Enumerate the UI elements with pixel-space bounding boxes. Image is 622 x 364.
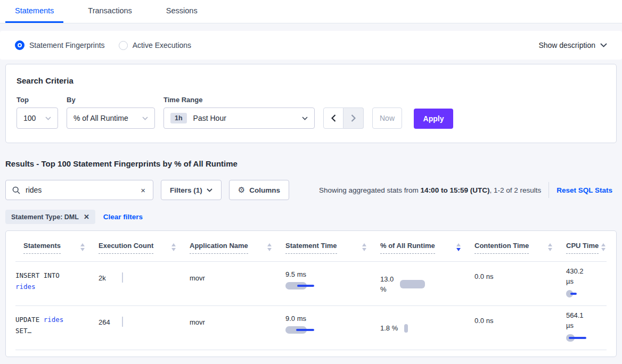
top-select[interactable]: 100: [17, 107, 58, 129]
count-bar: [122, 272, 123, 283]
top-tab-bar: Statements Transactions Sessions: [0, 0, 622, 23]
time-nav-group: [323, 107, 364, 129]
sort-icon[interactable]: [601, 243, 605, 251]
application-name-cell: movr: [190, 270, 285, 298]
col-header-runtime[interactable]: % of All Runtime: [380, 242, 474, 261]
statement-time-cell: 9.5 ms: [285, 270, 380, 298]
time-range-field: Time Range 1h Past Hour: [163, 96, 315, 129]
active-filters-row: Statement Type: DML ✕ Clear filters: [5, 210, 617, 224]
radio-label: Statement Fingerprints: [29, 41, 105, 49]
chevron-down-icon: [207, 188, 212, 192]
contention-time-cell: 0.0 ns: [474, 270, 566, 298]
col-header-cpu-time[interactable]: CPU Time: [566, 242, 607, 261]
sort-icon-active-desc[interactable]: [456, 243, 461, 251]
search-box[interactable]: ×: [5, 180, 153, 200]
table-row: UPDATE rides SET… 264 movr 9.0 ms 1.8 % …: [15, 306, 607, 350]
columns-label: Columns: [249, 186, 280, 194]
table-row: INSERT INTO rides 2k movr 9.5 ms 13.0% 0…: [15, 262, 607, 306]
col-header-statements[interactable]: Statements: [15, 242, 99, 261]
radio-statement-fingerprints[interactable]: Statement Fingerprints: [15, 40, 105, 50]
statement-fingerprint-link[interactable]: UPDATE rides SET…: [15, 314, 99, 342]
cpu-time-bar: [566, 289, 607, 298]
cpu-time-cell: 564.1 µs: [566, 310, 607, 342]
by-label: By: [67, 96, 155, 104]
count-bar: [122, 317, 123, 327]
cpu-time-cell: 430.2 µs: [566, 266, 607, 298]
time-range-badge: 1h: [170, 113, 187, 123]
show-description-toggle[interactable]: Show description: [538, 41, 607, 49]
columns-button[interactable]: ⚙ Columns: [229, 180, 289, 200]
sort-icon[interactable]: [80, 243, 85, 251]
runtime-bar: [400, 280, 425, 288]
tab-sessions[interactable]: Sessions: [157, 0, 207, 23]
remove-filter-icon[interactable]: ✕: [84, 213, 89, 221]
sort-icon[interactable]: [171, 243, 176, 251]
gear-icon: ⚙: [238, 185, 245, 195]
table-header-row: Statements Execution Count Application N…: [15, 231, 607, 262]
chevron-down-icon: [302, 117, 308, 120]
clear-filters-link[interactable]: Clear filters: [103, 213, 143, 221]
statement-time-cell: 9.0 ms: [285, 314, 380, 342]
statements-table: Statements Execution Count Application N…: [5, 230, 617, 357]
now-button[interactable]: Now: [372, 107, 402, 129]
search-criteria-panel: Search Criteria Top 100 By % of All Runt…: [5, 64, 617, 143]
prev-time-button[interactable]: [323, 107, 343, 129]
search-input[interactable]: [26, 186, 140, 194]
contention-time-cell: 0.0 ns: [474, 314, 566, 342]
chevron-right-icon: [351, 114, 356, 122]
results-heading: Results - Top 100 Statement Fingerprints…: [5, 159, 617, 168]
tab-transactions[interactable]: Transactions: [78, 0, 141, 23]
radio-unselected-icon: [119, 41, 128, 50]
sort-icon[interactable]: [267, 243, 272, 251]
runtime-cell: 1.8 %: [380, 314, 474, 342]
divider: [549, 182, 549, 198]
apply-button[interactable]: Apply: [414, 109, 453, 129]
sort-icon[interactable]: [362, 243, 366, 251]
statement-time-bar: [285, 282, 380, 290]
col-header-statement-time[interactable]: Statement Time: [285, 242, 380, 261]
view-toggle-card: Statement Fingerprints Active Executions…: [0, 31, 622, 60]
top-label: Top: [17, 96, 58, 104]
clear-search-icon[interactable]: ×: [140, 186, 146, 195]
radio-active-executions[interactable]: Active Executions: [119, 41, 192, 50]
radio-label: Active Executions: [133, 41, 192, 49]
col-header-contention-time[interactable]: Contention Time: [474, 242, 566, 261]
cpu-time-bar: [566, 334, 607, 342]
col-header-execution-count[interactable]: Execution Count: [99, 242, 190, 261]
chevron-left-icon: [331, 114, 336, 122]
next-time-button[interactable]: [343, 107, 364, 129]
time-range-label: Time Range: [163, 96, 315, 104]
statement-fingerprint-link[interactable]: INSERT INTO rides: [15, 270, 99, 298]
search-criteria-title: Search Criteria: [17, 76, 605, 85]
chevron-down-icon: [600, 43, 607, 47]
time-range-select[interactable]: 1h Past Hour: [163, 107, 315, 129]
sort-icon[interactable]: [548, 243, 552, 251]
runtime-cell: 13.0%: [380, 270, 474, 298]
tab-statements[interactable]: Statements: [5, 0, 63, 23]
execution-count-cell: 2k: [99, 270, 190, 298]
chevron-down-icon: [45, 117, 51, 120]
by-select[interactable]: % of All Runtime: [67, 107, 155, 129]
filters-label: Filters (1): [170, 186, 202, 194]
stats-time-range: 14:00 to 15:59 (UTC): [421, 186, 490, 194]
results-controls-row: × Filters (1) ⚙ Columns Showing aggregat…: [5, 180, 617, 200]
show-description-label: Show description: [538, 41, 595, 49]
top-field: Top 100: [17, 96, 58, 129]
stats-summary: Showing aggregated stats from 14:00 to 1…: [319, 186, 541, 194]
filters-button[interactable]: Filters (1): [161, 180, 222, 200]
reset-sql-stats-link[interactable]: Reset SQL Stats: [556, 186, 617, 194]
filter-chip-label: Statement Type: DML: [11, 213, 79, 221]
execution-count-cell: 264: [99, 314, 190, 342]
time-range-value: Past Hour: [193, 114, 226, 122]
by-select-value: % of All Runtime: [73, 114, 128, 122]
radio-selected-icon: [15, 40, 24, 50]
search-icon: [12, 186, 20, 194]
by-field: By % of All Runtime: [67, 96, 155, 129]
filter-chip-statement-type: Statement Type: DML ✕: [5, 210, 95, 224]
statement-time-bar: [285, 326, 380, 334]
runtime-bar: [404, 324, 408, 333]
top-select-value: 100: [23, 114, 36, 122]
application-name-cell: movr: [190, 314, 285, 342]
chevron-down-icon: [142, 117, 148, 120]
col-header-application-name[interactable]: Application Name: [190, 242, 285, 261]
